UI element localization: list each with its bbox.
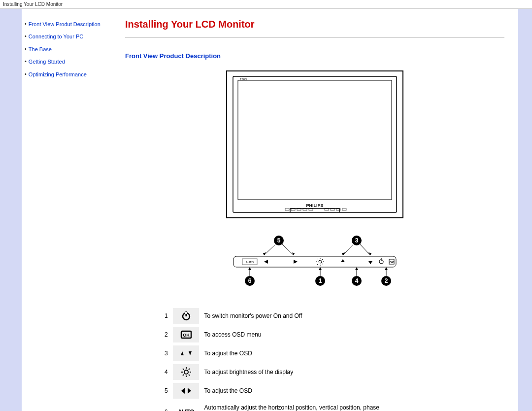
bullet-icon: • (25, 46, 27, 52)
legend-row: 4 To adjust brightness of the display (160, 364, 386, 380)
svg-rect-0 (227, 71, 403, 218)
svg-text:1: 1 (319, 277, 322, 284)
bullet-icon: • (25, 33, 27, 39)
legend-num: 1 (160, 308, 173, 324)
main-content: Installing Your LCD Monitor Front View P… (118, 9, 518, 411)
legend-row: 6 AUTO Automatically adjust the horizont… (160, 402, 386, 411)
svg-text:OK: OK (183, 333, 190, 338)
svg-marker-67 (181, 351, 184, 355)
svg-marker-59 (355, 267, 358, 270)
svg-line-21 (343, 244, 353, 255)
decor-bar-left (0, 9, 22, 411)
page-body: • Front View Produt Description • Connec… (0, 8, 532, 411)
svg-marker-55 (248, 267, 251, 270)
legend-num: 4 (160, 364, 173, 380)
svg-text:150S: 150S (240, 78, 247, 81)
monitor-illustration: PHILIPS 150S (226, 70, 403, 218)
legend-num: 6 (160, 402, 173, 411)
svg-text:2: 2 (385, 277, 388, 284)
page-title: Installing Your LCD Monitor (125, 19, 504, 30)
divider (125, 37, 504, 37)
legend-row: 2 OK To access OSD menu (160, 327, 386, 342)
sidebar-item-getting-started[interactable]: • Getting Started (25, 58, 115, 66)
legend-num: 3 (160, 345, 173, 361)
svg-marker-68 (189, 351, 192, 355)
sidebar-item-front-view[interactable]: • Front View Produt Description (25, 21, 115, 28)
legend-num: 2 (160, 327, 173, 342)
button-panel-illustration: 5 3 AUTO (229, 235, 401, 289)
legend-row: 3 To adjust the OSD (160, 345, 386, 361)
figure-panel: 5 3 AUTO (125, 235, 504, 290)
power-icon (173, 308, 200, 324)
bullet-icon: • (25, 71, 27, 77)
legend-desc: To adjust the OSD (199, 383, 386, 399)
sidebar-item-label: Getting Started (29, 58, 65, 66)
svg-marker-61 (385, 267, 388, 270)
svg-line-74 (183, 369, 184, 370)
ok-icon: OK (173, 327, 200, 342)
sidebar-item-label: Front View Produt Description (29, 21, 100, 28)
svg-text:AUTO: AUTO (246, 261, 254, 264)
legend-desc: Automatically adjust the horizontal posi… (199, 402, 386, 411)
window-title: Installing Your LCD Monitor (0, 0, 532, 8)
svg-text:4: 4 (355, 277, 359, 284)
svg-line-76 (183, 375, 184, 376)
sidebar-item-connecting[interactable]: • Connecting to Your PC (25, 33, 115, 40)
sidebar-item-label: The Base (29, 46, 52, 53)
auto-label: AUTO (178, 409, 195, 411)
svg-marker-78 (181, 388, 185, 394)
svg-marker-79 (188, 388, 191, 394)
svg-line-23 (360, 244, 370, 255)
svg-line-77 (189, 369, 190, 370)
left-right-icon (173, 383, 200, 399)
svg-line-75 (189, 375, 190, 376)
legend-desc: To adjust the OSD (199, 345, 386, 361)
bullet-icon: • (25, 58, 27, 64)
svg-point-69 (184, 370, 188, 374)
svg-rect-64 (185, 312, 187, 314)
legend-table: 1 To switch monitor's power On and Off 2… (160, 305, 386, 411)
legend-num: 5 (160, 383, 173, 399)
legend-desc: To adjust brightness of the display (199, 364, 386, 380)
legend-row: 1 To switch monitor's power On and Off (160, 308, 386, 324)
sidebar: • Front View Produt Description • Connec… (22, 9, 118, 411)
legend-desc: To access OSD menu (199, 327, 386, 342)
svg-line-19 (282, 244, 294, 255)
svg-text:5: 5 (277, 237, 281, 244)
sidebar-item-label: Connecting to Your PC (29, 33, 83, 40)
figure-monitor: PHILIPS 150S (125, 70, 504, 220)
bullet-icon: • (25, 21, 27, 27)
legend-desc: To switch monitor's power On and Off (199, 308, 386, 324)
svg-marker-57 (319, 267, 322, 270)
legend-row: 5 To adjust the OSD (160, 383, 386, 399)
sidebar-item-base[interactable]: • The Base (25, 46, 115, 53)
svg-text:6: 6 (248, 277, 252, 284)
svg-line-17 (264, 244, 275, 255)
sidebar-item-optimizing[interactable]: • Optimizing Performance (25, 71, 115, 78)
brightness-icon (173, 364, 200, 380)
svg-text:OK: OK (390, 261, 395, 264)
brand-label: PHILIPS (306, 203, 323, 208)
section-title: Front View Product Description (125, 52, 504, 60)
up-down-icon (173, 345, 200, 361)
svg-text:3: 3 (355, 237, 359, 244)
sidebar-item-label: Optimizing Performance (29, 71, 87, 78)
decor-bar-right (518, 9, 532, 411)
